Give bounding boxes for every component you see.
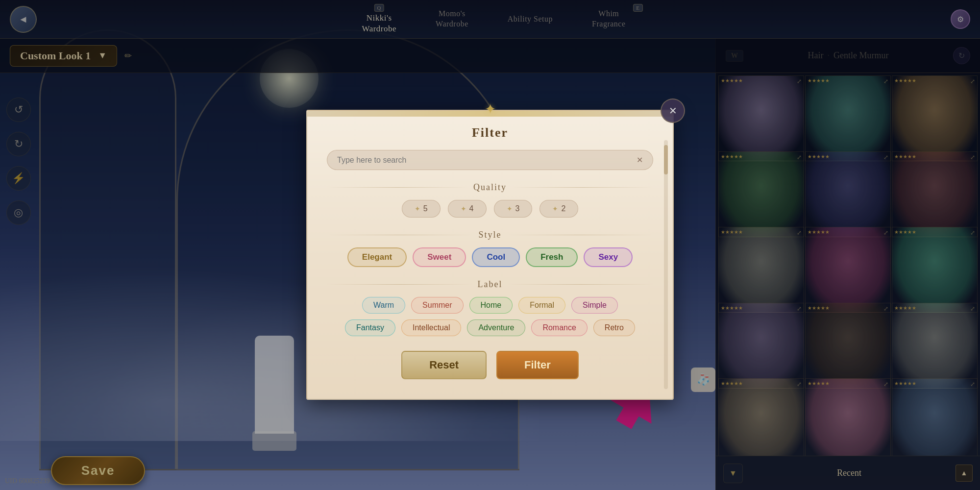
label-section-label: Label: [478, 279, 503, 290]
quality-star-icon: ✦: [461, 205, 466, 213]
quality-section-divider: Quality: [327, 182, 653, 193]
close-icon: ✕: [669, 105, 677, 117]
filter-close-button[interactable]: ✕: [661, 98, 685, 123]
filter-modal: ✦ ✕ Filter ✕ Quality ✦ 5 ✦ 4: [306, 110, 674, 400]
filter-search-input[interactable]: [337, 156, 628, 165]
style-tags-row: Elegant Sweet Cool Fresh Sexy: [327, 247, 653, 267]
label-tag-warm[interactable]: Warm: [362, 297, 405, 314]
divider-line-right: [512, 187, 653, 188]
quality-5-label: 5: [423, 204, 428, 213]
label-tag-summer[interactable]: Summer: [411, 297, 463, 314]
divider-line-left: [327, 235, 474, 235]
style-tag-sweet[interactable]: Sweet: [413, 247, 466, 267]
divider-line-left: [327, 284, 473, 285]
style-tag-elegant[interactable]: Elegant: [347, 247, 407, 267]
label-tag-adventure[interactable]: Adventure: [467, 319, 525, 336]
quality-section-label: Quality: [473, 182, 507, 193]
filter-actions: Reset Filter: [327, 351, 653, 379]
label-tag-intellectual[interactable]: Intellectual: [401, 319, 462, 336]
label-row-2: Fantasy Intellectual Adventure Romance R…: [327, 319, 653, 336]
modal-scrollbar[interactable]: [664, 140, 668, 389]
quality-3-label: 3: [515, 204, 520, 213]
style-section-label: Style: [479, 230, 502, 240]
modal-overlay[interactable]: ✦ ✕ Filter ✕ Quality ✦ 5 ✦ 4: [0, 0, 980, 490]
quality-2star-button[interactable]: ✦ 2: [539, 200, 578, 218]
scrollbar-thumb[interactable]: [664, 145, 668, 174]
label-tag-formal[interactable]: Formal: [518, 297, 565, 314]
label-row-1: Warm Summer Home Formal Simple: [327, 297, 653, 314]
label-tag-home[interactable]: Home: [469, 297, 513, 314]
quality-star-icon: ✦: [552, 205, 558, 213]
quality-4star-button[interactable]: ✦ 4: [448, 200, 487, 218]
search-clear-icon[interactable]: ✕: [637, 155, 643, 165]
label-tag-simple[interactable]: Simple: [571, 297, 618, 314]
divider-line-right: [507, 235, 654, 235]
label-section-divider: Label: [327, 279, 653, 290]
quality-3star-button[interactable]: ✦ 3: [494, 200, 533, 218]
quality-2-label: 2: [561, 204, 565, 213]
label-tag-romance[interactable]: Romance: [531, 319, 587, 336]
divider-line-right: [508, 284, 654, 285]
reset-button[interactable]: Reset: [401, 351, 487, 379]
quality-star-icon: ✦: [415, 205, 420, 213]
filter-search-bar[interactable]: ✕: [327, 150, 653, 170]
label-tag-fantasy[interactable]: Fantasy: [345, 319, 395, 336]
label-tag-retro[interactable]: Retro: [593, 319, 635, 336]
style-tag-cool[interactable]: Cool: [472, 247, 520, 267]
style-tag-fresh[interactable]: Fresh: [526, 247, 578, 267]
quality-star-icon: ✦: [507, 205, 513, 213]
style-tag-sexy[interactable]: Sexy: [584, 247, 633, 267]
style-section-divider: Style: [327, 230, 653, 240]
quality-buttons-row: ✦ 5 ✦ 4 ✦ 3 ✦ 2: [327, 200, 653, 218]
quality-5star-button[interactable]: ✦ 5: [402, 200, 441, 218]
filter-modal-title: Filter: [327, 125, 653, 140]
label-tags-container: Warm Summer Home Formal Simple Fantasy I…: [327, 297, 653, 336]
filter-apply-button[interactable]: Filter: [496, 351, 579, 379]
divider-line-left: [327, 187, 468, 188]
modal-decoration-star: ✦: [485, 101, 496, 117]
quality-4-label: 4: [469, 204, 474, 213]
